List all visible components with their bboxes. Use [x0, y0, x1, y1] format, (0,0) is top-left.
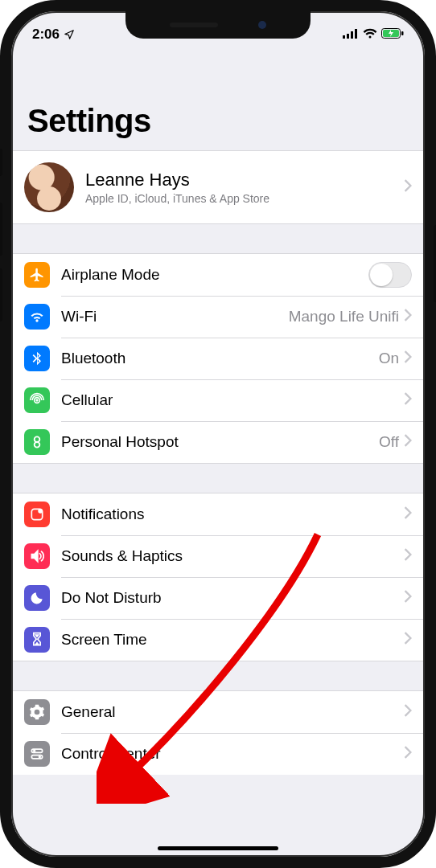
status-right — [343, 27, 404, 43]
airplane-label: Airplane Mode — [61, 266, 368, 284]
hotspot-row[interactable]: Personal Hotspot Off — [11, 421, 425, 463]
screentime-icon — [24, 627, 50, 653]
notifications-label: Notifications — [61, 506, 404, 523]
airplane-toggle[interactable] — [368, 262, 412, 288]
general-row[interactable]: General — [11, 691, 425, 733]
cellular-row[interactable]: Cellular — [11, 379, 425, 421]
chevron-right-icon — [404, 506, 412, 522]
general-label: General — [61, 703, 404, 721]
svg-rect-6 — [401, 31, 404, 35]
dnd-row[interactable]: Do Not Disturb — [11, 577, 425, 619]
control-center-label: Control Center — [61, 745, 404, 763]
wifi-detail: Mango Life Unifi — [289, 308, 399, 326]
apple-id-row[interactable]: Leanne Hays Apple ID, iCloud, iTunes & A… — [11, 151, 425, 223]
cellular-label: Cellular — [61, 391, 404, 409]
bluetooth-detail: On — [379, 350, 399, 367]
screentime-label: Screen Time — [61, 631, 404, 649]
hotspot-label: Personal Hotspot — [61, 433, 379, 451]
group-gap — [11, 464, 425, 493]
svg-rect-2 — [351, 31, 353, 39]
alerts-group: Notifications Sounds & Haptics Do Not Di… — [11, 493, 425, 661]
chevron-right-icon — [404, 746, 412, 762]
notifications-row[interactable]: Notifications — [11, 493, 425, 535]
control-center-row[interactable]: Control Center — [11, 733, 425, 775]
svg-point-7 — [35, 399, 38, 401]
bluetooth-row[interactable]: Bluetooth On — [11, 338, 425, 379]
chevron-right-icon — [404, 309, 412, 325]
bluetooth-label: Bluetooth — [61, 350, 379, 367]
status-left: 2:06 — [32, 27, 75, 43]
svg-point-9 — [38, 509, 43, 514]
notifications-icon — [24, 502, 50, 527]
notch — [125, 11, 311, 39]
gear-icon — [24, 699, 50, 725]
phone-screen: 2:06 Settings Leanne Hays Apple ID, iClo… — [11, 11, 425, 857]
svg-point-13 — [39, 755, 41, 758]
svg-rect-0 — [343, 35, 345, 39]
connectivity-group: Airplane Mode Wi-Fi Mango Life Unifi Blu… — [11, 253, 425, 464]
dnd-label: Do Not Disturb — [61, 589, 404, 607]
control-center-icon — [24, 741, 50, 767]
wifi-label: Wi-Fi — [61, 308, 289, 326]
wifi-icon — [24, 304, 50, 330]
profile-subtitle: Apple ID, iCloud, iTunes & App Store — [85, 192, 404, 205]
group-gap — [11, 224, 425, 253]
hotspot-icon — [24, 429, 50, 455]
volume-down-button — [0, 268, 2, 321]
sounds-icon — [24, 543, 50, 569]
sounds-row[interactable]: Sounds & Haptics — [11, 535, 425, 577]
system-group: General Control Center — [11, 690, 425, 775]
svg-rect-1 — [347, 34, 349, 39]
mute-switch — [0, 149, 2, 176]
location-icon — [64, 29, 75, 40]
battery-charging-icon — [381, 27, 404, 43]
chevron-right-icon — [404, 392, 412, 408]
page-title: Settings — [11, 47, 425, 150]
hotspot-detail: Off — [379, 433, 399, 451]
group-gap — [11, 661, 425, 690]
status-time: 2:06 — [32, 27, 60, 43]
chevron-right-icon — [404, 548, 412, 564]
svg-rect-3 — [355, 29, 357, 39]
airplane-mode-row[interactable]: Airplane Mode — [11, 254, 425, 296]
airplane-icon — [24, 262, 50, 288]
wifi-status-icon — [363, 27, 377, 43]
chevron-right-icon — [404, 434, 412, 450]
chevron-right-icon — [404, 350, 412, 366]
profile-group: Leanne Hays Apple ID, iCloud, iTunes & A… — [11, 150, 425, 224]
svg-point-11 — [33, 750, 35, 752]
bluetooth-icon — [24, 346, 50, 371]
home-indicator[interactable] — [158, 846, 278, 850]
screentime-row[interactable]: Screen Time — [11, 619, 425, 661]
wifi-row[interactable]: Wi-Fi Mango Life Unifi — [11, 296, 425, 338]
cell-signal-icon — [343, 27, 359, 43]
avatar — [24, 162, 74, 212]
chevron-right-icon — [404, 704, 412, 720]
volume-up-button — [0, 203, 2, 256]
chevron-right-icon — [404, 179, 412, 195]
sounds-label: Sounds & Haptics — [61, 547, 404, 565]
cellular-icon — [24, 387, 50, 413]
chevron-right-icon — [404, 590, 412, 606]
profile-name: Leanne Hays — [85, 170, 404, 190]
dnd-icon — [24, 585, 50, 611]
chevron-right-icon — [404, 632, 412, 648]
